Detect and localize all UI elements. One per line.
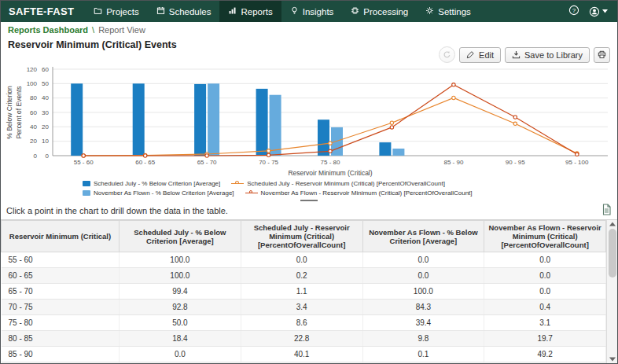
row-value-cell: 3.1 — [484, 315, 606, 331]
row-value-cell: 19.7 — [484, 331, 606, 347]
column-header[interactable]: November As Flown - % Below Criterion [A… — [362, 221, 484, 252]
row-category-cell: 85 - 90 — [2, 347, 120, 362]
chart-svg[interactable]: 002010402060308040100501206055 - 6060 - … — [4, 63, 616, 178]
row-category-cell: 65 - 70 — [2, 284, 120, 300]
nav-item-settings[interactable]: Settings — [417, 1, 480, 22]
table-row[interactable]: 85 - 900.040.10.149.2 — [2, 347, 606, 362]
svg-text:65 - 70: 65 - 70 — [197, 159, 217, 166]
row-value-cell: 49.2 — [484, 347, 606, 362]
top-navbar: SAFTE-FAST ProjectsSchedulesReportsInsig… — [1, 1, 617, 22]
svg-text:60: 60 — [30, 109, 37, 116]
help-icon[interactable]: ? — [568, 5, 579, 19]
row-value-cell: 100.0 — [120, 252, 241, 268]
legend-item[interactable]: Scheduled July - Reservoir Minimum (Crit… — [231, 180, 445, 187]
report-table: Reservoir Minimum (Critical)Scheduled Ju… — [1, 220, 606, 363]
legend-label: November As Flown - Reservoir Minimum (C… — [261, 189, 473, 197]
report-table-body: 55 - 60100.00.00.00.060 - 65100.00.20.00… — [2, 252, 606, 364]
settings-icon — [425, 6, 434, 17]
refresh-button[interactable] — [439, 46, 455, 63]
legend-item[interactable]: November As Flown - % Below Criterion [A… — [83, 189, 234, 197]
nav-item-insights[interactable]: Insights — [281, 1, 343, 22]
row-value-cell: 92.8 — [120, 300, 241, 315]
account-menu[interactable] — [589, 6, 608, 17]
print-button[interactable] — [594, 47, 610, 63]
legend-item[interactable]: Scheduled July - % Below Criterion [Aver… — [83, 180, 220, 187]
account-icon — [589, 6, 600, 17]
scrollbar-thumb[interactable] — [609, 229, 616, 278]
row-value-cell: 0.0 — [362, 268, 484, 284]
breadcrumb: Reports Dashboard \ Report View — [1, 22, 617, 36]
legend-line-marker — [231, 180, 244, 187]
svg-text:% Below Criterion: % Below Criterion — [6, 86, 13, 139]
svg-text:80: 80 — [30, 94, 37, 101]
edit-button[interactable]: Edit — [459, 47, 501, 63]
column-header[interactable]: Scheduled July - Reservoir Minimum (Crit… — [241, 221, 362, 252]
insights-icon — [290, 6, 299, 17]
page-header: Reservoir Minimum (Critical) Events Edit… — [1, 36, 617, 63]
row-value-cell: 0.0 — [484, 268, 606, 284]
nav-item-label: Settings — [438, 7, 471, 17]
schedules-icon — [156, 6, 165, 17]
table-row[interactable]: 75 - 8050.08.639.43.1 — [2, 315, 606, 331]
row-category-cell: 90 - 95 — [2, 362, 120, 364]
row-value-cell: 26.7 — [484, 362, 606, 364]
legend-bar-marker — [83, 190, 90, 196]
nav-item-label: Projects — [106, 7, 139, 17]
legend-item[interactable]: November As Flown - Reservoir Minimum (C… — [245, 189, 473, 197]
row-value-cell: 0.0 — [484, 284, 606, 300]
svg-text:Percent of Events: Percent of Events — [15, 86, 23, 138]
row-value-cell: 0.0 — [362, 252, 484, 268]
nav-item-reports[interactable]: Reports — [219, 1, 281, 22]
svg-text:95 - 100: 95 - 100 — [565, 159, 589, 166]
column-header[interactable]: Reservoir Minimum (Critical) — [2, 221, 120, 252]
export-icon[interactable] — [601, 204, 612, 217]
svg-text:55 - 60: 55 - 60 — [74, 159, 94, 166]
hint-row: Click a point in the chart to drill down… — [1, 203, 617, 219]
legend-line-marker — [245, 189, 258, 197]
nav-right: ? — [568, 1, 617, 22]
nav-item-processing[interactable]: Processing — [342, 1, 417, 22]
row-value-cell: 0.0 — [362, 362, 484, 364]
nav-items: ProjectsSchedulesReportsInsightsProcessi… — [85, 1, 480, 22]
svg-text:75 - 80: 75 - 80 — [321, 159, 340, 166]
row-value-cell: 0.0 — [120, 362, 241, 364]
chart-panel: 002010402060308040100501206055 - 6060 - … — [1, 63, 617, 203]
table-row[interactable]: 80 - 8518.422.89.819.7 — [2, 331, 606, 347]
scroll-down-icon[interactable] — [609, 357, 616, 362]
svg-text:100: 100 — [27, 80, 38, 87]
nav-item-label: Schedules — [169, 7, 212, 17]
row-value-cell: 18.4 — [120, 331, 241, 347]
table-row[interactable]: 65 - 7099.41.1100.00.0 — [2, 284, 606, 300]
nav-item-schedules[interactable]: Schedules — [148, 1, 220, 22]
row-value-cell: 3.4 — [241, 300, 362, 315]
row-value-cell: 0.4 — [484, 300, 606, 315]
table-scrollbar[interactable] — [606, 220, 617, 363]
row-value-cell: 0.0 — [120, 347, 241, 362]
row-category-cell: 75 - 80 — [2, 315, 120, 331]
chart-legend: Scheduled July - % Below Criterion [Aver… — [4, 178, 614, 197]
table-row[interactable]: 60 - 65100.00.20.00.0 — [2, 268, 606, 284]
svg-text:0: 0 — [46, 153, 50, 160]
table-row[interactable]: 90 - 950.022.20.026.7 — [2, 362, 606, 364]
nav-item-label: Processing — [363, 7, 408, 17]
svg-text:70 - 75: 70 - 75 — [259, 159, 278, 166]
column-header[interactable]: Scheduled July - % Below Criterion [Aver… — [120, 221, 241, 252]
splitter-handle[interactable] — [300, 200, 318, 201]
row-category-cell: 80 - 85 — [2, 331, 120, 347]
column-header[interactable]: November As Flown - Reservoir Minimum (C… — [484, 221, 606, 252]
row-value-cell: 8.6 — [241, 315, 362, 331]
save-to-library-button-label: Save to Library — [524, 50, 583, 60]
nav-item-projects[interactable]: Projects — [85, 1, 148, 22]
svg-text:60 - 65: 60 - 65 — [135, 159, 155, 166]
row-value-cell: 99.4 — [120, 284, 241, 300]
table-row[interactable]: 70 - 7592.83.484.30.4 — [2, 300, 606, 315]
scroll-up-icon[interactable] — [609, 222, 616, 226]
svg-text:60: 60 — [42, 66, 49, 73]
refresh-icon — [443, 50, 451, 59]
app-window: SAFTE-FAST ProjectsSchedulesReportsInsig… — [0, 0, 618, 364]
save-to-library-button[interactable]: Save to Library — [505, 47, 590, 63]
row-category-cell: 70 - 75 — [2, 300, 120, 315]
svg-text:?: ? — [572, 6, 576, 13]
table-row[interactable]: 55 - 60100.00.00.00.0 — [2, 252, 606, 268]
breadcrumb-parent[interactable]: Reports Dashboard — [8, 25, 88, 35]
